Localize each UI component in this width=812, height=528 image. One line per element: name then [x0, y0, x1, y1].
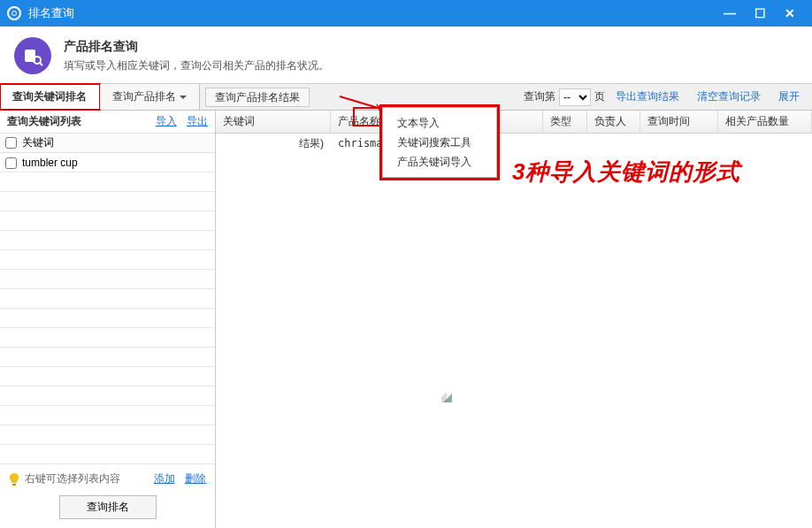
page-unit-label: 页	[594, 89, 605, 104]
query-rank-button[interactable]: 查询排名	[59, 495, 157, 519]
col-keyword[interactable]: 关键词	[216, 111, 331, 133]
sidebar-header: 查询关键词列表 导入 导出	[0, 111, 215, 134]
maximize-button[interactable]: ☐	[745, 0, 775, 27]
feature-icon	[14, 37, 51, 74]
sidebar-footer: 右键可选择列表内容 添加 删除 查询排名	[0, 464, 215, 528]
dropdown-item-product-import[interactable]: 产品关键词导入	[383, 152, 496, 172]
tab-product-label: 查询产品排名	[112, 89, 176, 104]
svg-rect-2	[27, 55, 34, 57]
cell-note: 结果)	[216, 134, 331, 153]
splitter-handle[interactable]	[441, 392, 452, 402]
col-relcount[interactable]: 相关产品数量	[718, 111, 812, 133]
table-header: 关键词 产品名称 排名 类型 负责人 查询时间 相关产品数量	[216, 111, 812, 134]
header-text: 产品排名查询 填写或导入相应关键词，查询公司相关产品的排名状况。	[64, 39, 329, 73]
svg-rect-3	[27, 57, 32, 59]
dropdown-item-text-import[interactable]: 文本导入	[383, 113, 496, 133]
app-icon	[7, 6, 21, 20]
keyword-cell: tumbler cup	[22, 157, 78, 169]
svg-rect-1	[27, 52, 34, 54]
svg-line-5	[40, 63, 42, 65]
bulb-icon	[9, 473, 19, 486]
export-results-link[interactable]: 导出查询结果	[609, 89, 686, 104]
export-link[interactable]: 导出	[187, 115, 208, 127]
keyword-col-header: 关键词	[22, 135, 54, 150]
keyword-list: 关键词 tumbler cup	[0, 134, 215, 464]
table-row[interactable]: 结果) chrismas tree	[216, 134, 812, 153]
titlebar: 排名查询 — ☐ ✕	[0, 0, 812, 27]
header: 产品排名查询 填写或导入相应关键词，查询公司相关产品的排名状况。	[0, 27, 812, 84]
main-body: 查询关键词列表 导入 导出 关键词 tumbler cup 右键可选择列表内容 …	[0, 111, 812, 528]
annotation-text: 3种导入关键词的形式	[512, 157, 740, 187]
keyword-list-header: 关键词	[0, 134, 215, 153]
toolbar-right: 查询第 -- 页 导出查询结果 清空查询记录 展开	[524, 84, 812, 110]
delete-link[interactable]: 删除	[185, 472, 206, 485]
minimize-button[interactable]: —	[715, 0, 745, 27]
expand-link[interactable]: 展开	[771, 89, 807, 104]
col-resp[interactable]: 负责人	[587, 111, 640, 133]
sidebar-tip-links: 添加 删除	[147, 471, 206, 486]
dropdown-item-keyword-tool[interactable]: 关键词搜索工具	[383, 133, 496, 152]
query-results-label: 查询产品排名结果	[215, 90, 300, 105]
col-time[interactable]: 查询时间	[640, 111, 718, 133]
sidebar-tip: 右键可选择列表内容 添加 删除	[9, 471, 206, 486]
window-title: 排名查询	[28, 5, 715, 21]
svg-line-7	[340, 96, 384, 110]
sidebar-title: 查询关键词列表	[7, 114, 81, 129]
col-type[interactable]: 类型	[543, 111, 587, 133]
sidebar-tip-text: 右键可选择列表内容	[25, 471, 120, 486]
tab-keyword-rank[interactable]: 查询关键词排名	[0, 84, 100, 110]
add-link[interactable]: 添加	[154, 472, 175, 485]
header-subtitle: 填写或导入相应关键词，查询公司相关产品的排名状况。	[64, 58, 329, 73]
annotation-arrow	[335, 92, 388, 113]
page-select[interactable]: --	[559, 88, 591, 106]
select-all-checkbox[interactable]	[5, 137, 17, 149]
chevron-down-icon	[180, 96, 187, 99]
clear-records-link[interactable]: 清空查询记录	[690, 89, 768, 104]
svg-marker-10	[441, 392, 447, 402]
svg-rect-6	[12, 484, 16, 486]
row-checkbox[interactable]	[5, 157, 17, 169]
sidebar-header-links: 导入 导出	[149, 114, 208, 129]
import-link[interactable]: 导入	[156, 115, 177, 127]
import-dropdown: 文本导入 关键词搜索工具 产品关键词导入	[382, 107, 497, 178]
close-button[interactable]: ✕	[775, 0, 805, 27]
content-area: 关键词 产品名称 排名 类型 负责人 查询时间 相关产品数量 结果) chris…	[216, 111, 812, 528]
list-item[interactable]: tumbler cup	[0, 153, 215, 172]
window-controls: — ☐ ✕	[715, 0, 805, 27]
header-title: 产品排名查询	[64, 39, 329, 55]
sidebar: 查询关键词列表 导入 导出 关键词 tumbler cup 右键可选择列表内容 …	[0, 111, 216, 528]
tab-product-rank[interactable]: 查询产品排名	[100, 84, 200, 110]
query-results-button[interactable]: 查询产品排名结果	[205, 88, 310, 107]
tab-keyword-label: 查询关键词排名	[12, 89, 87, 104]
query-page-label: 查询第	[524, 89, 555, 104]
